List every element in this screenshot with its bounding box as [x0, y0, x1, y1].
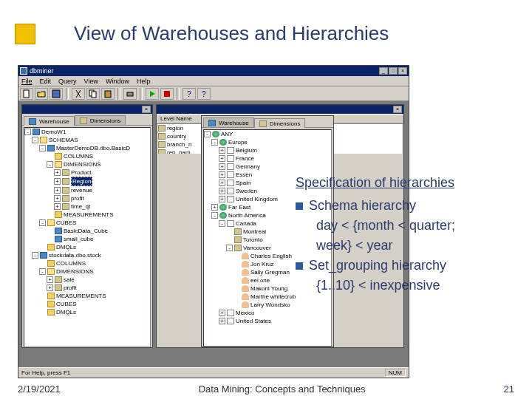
tree-row[interactable]: +revenue: [24, 186, 150, 194]
copy-icon[interactable]: [86, 88, 100, 100]
menu-view[interactable]: View: [84, 78, 98, 85]
tree-row[interactable]: small_cube: [24, 235, 150, 243]
tree-row[interactable]: +Region: [24, 177, 150, 186]
bullet-icon: [296, 262, 303, 270]
svg-text:?: ?: [187, 90, 191, 98]
tree-row[interactable]: CUBES: [24, 300, 150, 308]
tree-row[interactable]: -CUBES: [24, 219, 150, 227]
svg-rect-3: [92, 92, 96, 98]
footer-text: Data Mining: Concepts and Techniques: [199, 383, 366, 395]
menu-file[interactable]: File: [21, 78, 33, 85]
menu-window[interactable]: Window: [106, 78, 129, 85]
svg-rect-5: [127, 92, 133, 96]
tree-row[interactable]: +Germany: [204, 163, 331, 171]
tree-row[interactable]: +time_qt: [24, 202, 150, 211]
tree-row[interactable]: +sale: [24, 276, 150, 284]
slide-title: View of Warehouses and Hierarchies: [74, 22, 389, 45]
tab-warehouse[interactable]: Warehouse: [24, 116, 75, 126]
svg-rect-4: [105, 91, 111, 98]
tree-row[interactable]: -SCHEMAS: [24, 136, 150, 144]
bullet-1-sub2: week} < year: [316, 236, 510, 256]
app-title: dbminer: [30, 67, 379, 75]
save-icon[interactable]: [50, 88, 63, 100]
tree-row[interactable]: +Mexico: [204, 309, 331, 317]
footer-page: 21: [504, 383, 514, 395]
menu-edit[interactable]: Edit: [40, 78, 52, 85]
accent-square: [15, 24, 35, 44]
tab-warehouse[interactable]: Warehouse: [203, 117, 254, 127]
status-text: For Help, press F1: [21, 369, 70, 376]
tree-row[interactable]: +Belgium: [204, 146, 331, 154]
status-num: NUM: [385, 369, 406, 377]
about-icon[interactable]: ?: [197, 88, 211, 100]
status-bar: For Help, press F1 NUM: [18, 367, 409, 378]
tab-dimensions[interactable]: Dimensions: [75, 115, 126, 125]
footer-date: 2/19/2021: [18, 383, 61, 395]
tree-row[interactable]: -DIMENSIONS: [24, 267, 150, 276]
tree-row[interactable]: COLUMNS: [24, 259, 150, 267]
warehouse-tree[interactable]: -DemoW1-SCHEMAS-MasterDemoDB.dbo.BasicDC…: [24, 127, 151, 347]
app-titlebar: dbminer _ □ ×: [18, 66, 409, 76]
menu-help[interactable]: Help: [137, 78, 151, 85]
svg-rect-0: [24, 90, 29, 98]
new-icon[interactable]: [20, 88, 33, 100]
tree-row[interactable]: +profit: [24, 194, 150, 202]
tree-row[interactable]: +Product: [24, 168, 150, 177]
tree-row[interactable]: -ANY: [204, 130, 331, 138]
tree-row[interactable]: MEASUREMENTS: [24, 292, 150, 300]
tree-row[interactable]: BasicData_Cube: [24, 227, 150, 235]
minimize-button[interactable]: _: [379, 67, 388, 75]
svg-rect-1: [52, 90, 60, 98]
toolbar: ? ?: [18, 86, 409, 101]
close-button[interactable]: ×: [398, 67, 407, 75]
slide-footer: 2/19/2021 Data Mining: Concepts and Tech…: [0, 383, 532, 395]
open-icon[interactable]: [35, 88, 48, 100]
tab-dimensions[interactable]: Dimensions: [254, 118, 306, 128]
run-icon[interactable]: [146, 88, 159, 100]
bullet-1-sub1: day < {month < quarter;: [316, 216, 510, 236]
tree-row[interactable]: -DemoW1: [24, 128, 150, 136]
content-heading: Specification of hierarchies: [296, 173, 510, 193]
sub-close-button[interactable]: ×: [393, 106, 402, 113]
tree-row[interactable]: +United States: [204, 317, 331, 325]
tree-row[interactable]: -Europe: [204, 138, 331, 146]
app-icon: [20, 67, 27, 75]
bullet-1: Schema hierarchy: [309, 198, 416, 213]
tree-row[interactable]: DMQLs: [24, 243, 150, 251]
help-icon[interactable]: ?: [183, 88, 196, 100]
tree-row[interactable]: -stockdata.dbo.stock: [24, 251, 150, 259]
bullet-icon: [296, 202, 303, 210]
print-icon[interactable]: [123, 88, 137, 100]
warehouse-window: × Warehouse Dimensions -DemoW1-SCHEMAS-M…: [21, 104, 153, 348]
tree-row[interactable]: Larry Wondsko: [204, 301, 331, 309]
cut-icon[interactable]: [72, 88, 85, 100]
menu-query[interactable]: Query: [58, 78, 77, 85]
tree-row[interactable]: DMQLs: [24, 308, 150, 316]
tree-row[interactable]: -MasterDemoDB.dbo.BasicD: [24, 144, 150, 152]
bullet-2-sub1: {1..10} < inexpensive: [316, 276, 510, 296]
paste-icon[interactable]: [101, 88, 115, 100]
tree-row[interactable]: +profit: [24, 284, 150, 292]
tree-row[interactable]: MEASUREMENTS: [24, 211, 150, 219]
maximize-button[interactable]: □: [389, 67, 398, 75]
col-level[interactable]: Level Name: [157, 114, 200, 123]
tree-row[interactable]: COLUMNS: [24, 152, 150, 160]
tree-row[interactable]: -DIMENSIONS: [24, 160, 150, 168]
bullet-2: Set_grouping hierarchy: [309, 258, 446, 273]
svg-text:?: ?: [202, 90, 206, 98]
svg-rect-6: [164, 91, 170, 97]
menubar: File Edit Query View Window Help: [18, 76, 409, 86]
sub-close-button[interactable]: ×: [142, 106, 151, 113]
tree-row[interactable]: +France: [204, 154, 331, 163]
stop-icon[interactable]: [160, 88, 174, 100]
slide-content: Specification of hierarchies Schema hier…: [296, 173, 510, 296]
